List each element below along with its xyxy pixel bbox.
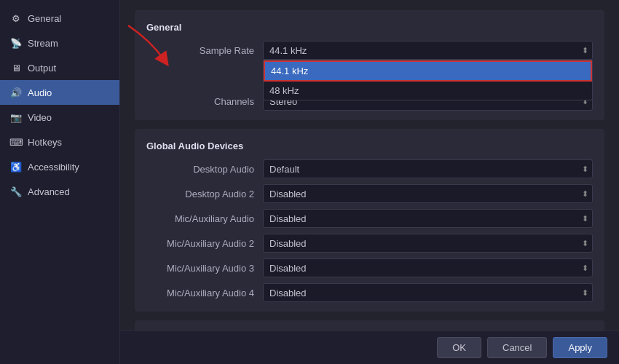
- mic-aux4-control: Disabled ⬍: [263, 283, 593, 302]
- mic-aux-select[interactable]: Disabled: [263, 209, 593, 228]
- advanced-icon: 🔧: [10, 186, 22, 197]
- desktop-audio2-select[interactable]: Disabled: [263, 184, 593, 203]
- accessibility-icon: ♿: [10, 161, 22, 173]
- ok-button[interactable]: OK: [437, 337, 481, 358]
- mic-aux3-row: Mic/Auxiliary Audio 3 Disabled ⬍: [146, 258, 593, 278]
- mic-aux-row: Mic/Auxiliary Audio Disabled ⬍: [146, 208, 593, 229]
- mic-aux3-select[interactable]: Disabled: [263, 258, 593, 277]
- general-icon: ⚙: [10, 12, 22, 24]
- sidebar-item-accessibility[interactable]: ♿ Accessibility: [0, 154, 119, 179]
- sidebar: ⚙ General 📡 Stream 🖥 Output 🔊 Audio 📷 Vi…: [0, 0, 120, 364]
- desktop-audio2-row: Desktop Audio 2 Disabled ⬍: [146, 183, 593, 204]
- sample-rate-label: Sample Rate: [146, 45, 263, 56]
- sample-rate-dropdown: 44.1 kHz 48 kHz: [263, 60, 593, 100]
- footer: OK Cancel Apply: [120, 331, 619, 364]
- sidebar-item-label: Hotkeys: [28, 137, 62, 148]
- content-area: General Sample Rate 44.1 kHz ⬍ 44.1 kHz …: [120, 0, 619, 331]
- dropdown-option-441[interactable]: 44.1 kHz: [264, 60, 592, 82]
- desktop-audio-row: Desktop Audio Default Disabled ⬍: [146, 159, 593, 179]
- meters-section: Meters Decay Rate Fast Medium Slow ⬍ Pea…: [135, 320, 604, 331]
- desktop-audio-select[interactable]: Default Disabled: [263, 159, 593, 178]
- mic-aux2-label: Mic/Auxiliary Audio 2: [146, 238, 263, 249]
- desktop-audio2-control: Disabled ⬍: [263, 184, 593, 203]
- mic-aux2-row: Mic/Auxiliary Audio 2 Disabled ⬍: [146, 233, 593, 253]
- video-icon: 📷: [10, 111, 22, 123]
- output-icon: 🖥: [10, 62, 22, 74]
- channels-label: Channels: [146, 96, 263, 107]
- sidebar-item-label: General: [28, 13, 61, 24]
- apply-button[interactable]: Apply: [553, 337, 607, 358]
- sidebar-item-audio[interactable]: 🔊 Audio: [0, 80, 119, 105]
- sidebar-item-hotkeys[interactable]: ⌨ Hotkeys: [0, 130, 119, 154]
- cancel-button[interactable]: Cancel: [487, 337, 547, 358]
- sidebar-item-label: Video: [28, 112, 52, 123]
- mic-aux4-select[interactable]: Disabled: [263, 283, 593, 302]
- sidebar-item-label: Advanced: [28, 186, 70, 197]
- mic-aux3-control: Disabled ⬍: [263, 258, 593, 277]
- mic-aux3-label: Mic/Auxiliary Audio 3: [146, 263, 263, 274]
- global-audio-header: Global Audio Devices: [146, 141, 593, 151]
- mic-aux-control: Disabled ⬍: [263, 209, 593, 228]
- sample-rate-control: 44.1 kHz ⬍ 44.1 kHz 48 kHz: [263, 41, 593, 60]
- desktop-audio2-label: Desktop Audio 2: [146, 189, 263, 199]
- audio-icon: 🔊: [10, 87, 22, 98]
- sample-rate-display[interactable]: 44.1 kHz: [263, 41, 593, 60]
- sidebar-item-label: Output: [28, 63, 56, 74]
- sidebar-item-video[interactable]: 📷 Video: [0, 105, 119, 130]
- sidebar-item-label: Audio: [28, 87, 52, 98]
- mic-aux4-label: Mic/Auxiliary Audio 4: [146, 288, 263, 298]
- sidebar-item-advanced[interactable]: 🔧 Advanced: [0, 179, 119, 204]
- mic-aux-label: Mic/Auxiliary Audio: [146, 213, 263, 224]
- general-section-header: General: [146, 22, 593, 33]
- hotkeys-icon: ⌨: [10, 136, 22, 148]
- mic-aux4-row: Mic/Auxiliary Audio 4 Disabled ⬍: [146, 282, 593, 303]
- sample-rate-row: Sample Rate 44.1 kHz ⬍ 44.1 kHz 48 kHz: [146, 40, 593, 60]
- stream-icon: 📡: [10, 37, 22, 49]
- sidebar-item-label: Accessibility: [28, 162, 79, 173]
- general-section: General Sample Rate 44.1 kHz ⬍ 44.1 kHz …: [135, 10, 604, 120]
- dropdown-option-48[interactable]: 48 kHz: [264, 82, 592, 100]
- main-panel: General Sample Rate 44.1 kHz ⬍ 44.1 kHz …: [120, 0, 619, 364]
- global-audio-section: Global Audio Devices Desktop Audio Defau…: [135, 129, 604, 312]
- mic-aux2-select[interactable]: Disabled: [263, 234, 593, 253]
- sidebar-item-label: Stream: [28, 38, 58, 49]
- sidebar-item-output[interactable]: 🖥 Output: [0, 55, 119, 80]
- sidebar-item-stream[interactable]: 📡 Stream: [0, 31, 119, 55]
- sidebar-item-general[interactable]: ⚙ General: [0, 6, 119, 31]
- mic-aux2-control: Disabled ⬍: [263, 234, 593, 253]
- desktop-audio-control: Default Disabled ⬍: [263, 159, 593, 178]
- desktop-audio-label: Desktop Audio: [146, 164, 263, 175]
